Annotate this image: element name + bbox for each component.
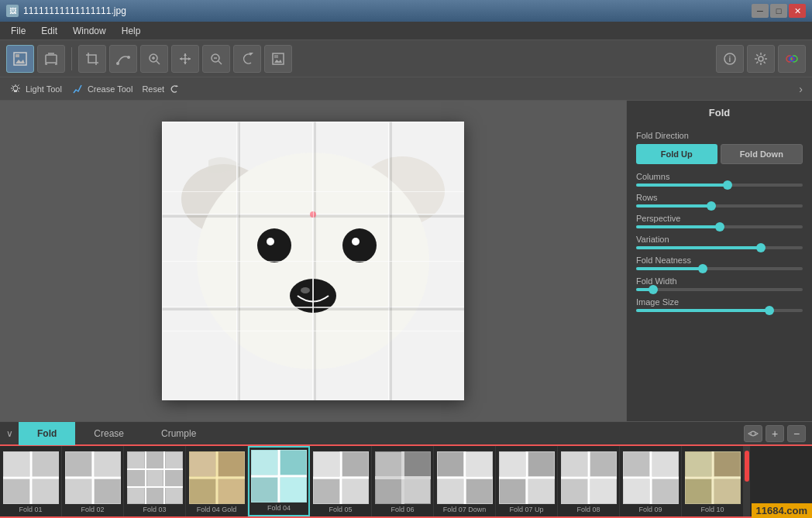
preset-fold03[interactable]: Fold 03 — [124, 446, 186, 516]
preset-scrollbar[interactable] — [744, 446, 750, 516]
tab-arrow-left[interactable]: ∨ — [0, 422, 19, 445]
svg-rect-78 — [280, 478, 306, 502]
fold-neatness-slider[interactable] — [636, 267, 803, 270]
preset-eye-button[interactable] — [744, 425, 762, 442]
svg-rect-75 — [252, 451, 277, 475]
svg-rect-8 — [274, 55, 278, 58]
svg-rect-125 — [714, 452, 740, 476]
preset-fold04[interactable]: Fold 04 — [248, 446, 310, 516]
svg-rect-62 — [166, 488, 182, 503]
svg-rect-41 — [33, 452, 58, 476]
svg-rect-103 — [500, 452, 525, 476]
svg-rect-1 — [15, 54, 19, 57]
tab-fold[interactable]: Fold — [19, 422, 75, 445]
svg-rect-85 — [342, 479, 368, 503]
rows-slider[interactable] — [636, 204, 803, 208]
svg-rect-2 — [46, 55, 57, 63]
preset-fold06[interactable]: Fold 06 — [372, 446, 434, 516]
settings-button[interactable] — [747, 45, 775, 73]
crease-tool-icon — [71, 83, 84, 95]
fold-width-slider[interactable] — [636, 288, 803, 291]
watermark: 11684.com — [752, 503, 813, 518]
move-tool-button[interactable] — [171, 45, 199, 73]
presets-row: Fold 01 Fold 02 Fold 03 — [0, 444, 812, 518]
preset-fold01[interactable]: Fold 01 — [0, 446, 62, 516]
fold-neatness-label: Fold Neatness — [636, 256, 803, 265]
menu-window[interactable]: Window — [65, 24, 114, 38]
svg-rect-120 — [652, 479, 678, 503]
title-bar: 🖼 11111111111111111.jpg ─ □ ✕ — [0, 0, 812, 22]
light-tool-icon — [9, 83, 22, 95]
reset-item[interactable]: Reset — [142, 83, 181, 95]
variation-slider[interactable] — [636, 246, 803, 249]
tab-crumple[interactable]: Crumple — [143, 422, 215, 445]
info-button[interactable]: i — [716, 45, 744, 73]
menu-bar: File Edit Window Help — [0, 22, 812, 40]
svg-rect-57 — [128, 470, 144, 486]
preset-add-button[interactable]: + — [766, 425, 784, 442]
preset-fold07up[interactable]: Fold 07 Up — [496, 446, 558, 516]
svg-rect-48 — [95, 452, 120, 476]
fold-neatness-slider-row: Fold Neatness — [636, 256, 803, 270]
preset-remove-button[interactable]: − — [787, 425, 806, 442]
svg-rect-58 — [147, 470, 163, 486]
bottom-tabs: ∨ Fold Crease Crumple + − — [0, 421, 812, 444]
svg-point-15 — [13, 86, 18, 91]
zoom-in-button[interactable] — [140, 45, 168, 73]
tab-crease[interactable]: Crease — [75, 422, 143, 445]
preset-fold08[interactable]: Fold 08 — [558, 446, 620, 516]
svg-rect-77 — [252, 478, 277, 502]
preset-fold06-label: Fold 06 — [391, 506, 414, 513]
crease-tool-item[interactable]: Crease Tool — [71, 83, 133, 95]
menu-edit[interactable]: Edit — [33, 24, 65, 38]
preset-fold01-label: Fold 01 — [19, 506, 42, 513]
bottom-tabs-right: + − — [744, 425, 812, 442]
image-tool-button[interactable] — [6, 45, 34, 73]
effects-button[interactable] — [778, 45, 806, 73]
minimize-button[interactable]: ─ — [752, 4, 769, 18]
close-button[interactable]: ✕ — [789, 4, 806, 18]
svg-rect-104 — [528, 452, 554, 476]
fold-down-button[interactable]: Fold Down — [721, 144, 803, 164]
panel-title: Fold — [636, 107, 803, 123]
preset-fold07down[interactable]: Fold 07 Down — [434, 446, 496, 516]
image-size-slider[interactable] — [636, 309, 803, 312]
svg-rect-127 — [714, 479, 740, 503]
rows-slider-row: Rows — [636, 193, 803, 208]
preset-fold08-label: Fold 08 — [576, 506, 600, 513]
svg-rect-124 — [686, 452, 711, 476]
svg-rect-50 — [95, 479, 120, 503]
crop-tool-button[interactable] — [78, 45, 106, 73]
svg-rect-84 — [314, 479, 339, 503]
svg-rect-60 — [128, 488, 144, 503]
svg-rect-42 — [4, 479, 29, 503]
scan-tool-button[interactable] — [37, 45, 65, 73]
light-tool-item[interactable]: Light Tool — [9, 83, 62, 95]
preset-fold09[interactable]: Fold 09 — [620, 446, 682, 516]
svg-rect-96 — [438, 452, 463, 476]
menu-help[interactable]: Help — [114, 24, 149, 38]
svg-rect-92 — [404, 479, 430, 503]
preset-fold02[interactable]: Fold 02 — [62, 446, 124, 516]
curve-tool-button[interactable] — [109, 45, 137, 73]
fullscreen-button[interactable] — [264, 45, 292, 73]
menu-file[interactable]: File — [3, 24, 33, 38]
svg-rect-112 — [562, 479, 587, 503]
rotate-tool-button[interactable] — [233, 45, 261, 73]
main-toolbar: i — [0, 40, 812, 77]
preset-fold07up-label: Fold 07 Up — [509, 506, 543, 513]
preset-fold04gold[interactable]: Fold 04 Gold — [186, 446, 248, 516]
preset-fold05[interactable]: Fold 05 — [310, 446, 372, 516]
svg-rect-68 — [190, 452, 215, 476]
columns-slider[interactable] — [636, 184, 803, 187]
perspective-slider-row: Perspective — [636, 214, 803, 228]
fold-up-button[interactable]: Fold Up — [636, 144, 717, 164]
preset-fold10[interactable]: Fold 10 — [682, 446, 744, 516]
toolbar-right: i — [716, 45, 806, 73]
perspective-slider[interactable] — [636, 225, 803, 228]
maximize-button[interactable]: □ — [770, 4, 787, 18]
svg-rect-49 — [66, 479, 91, 503]
zoom-out-button[interactable] — [202, 45, 230, 73]
preset-fold09-label: Fold 09 — [638, 506, 662, 513]
sub-toolbar-more[interactable]: › — [799, 83, 803, 95]
